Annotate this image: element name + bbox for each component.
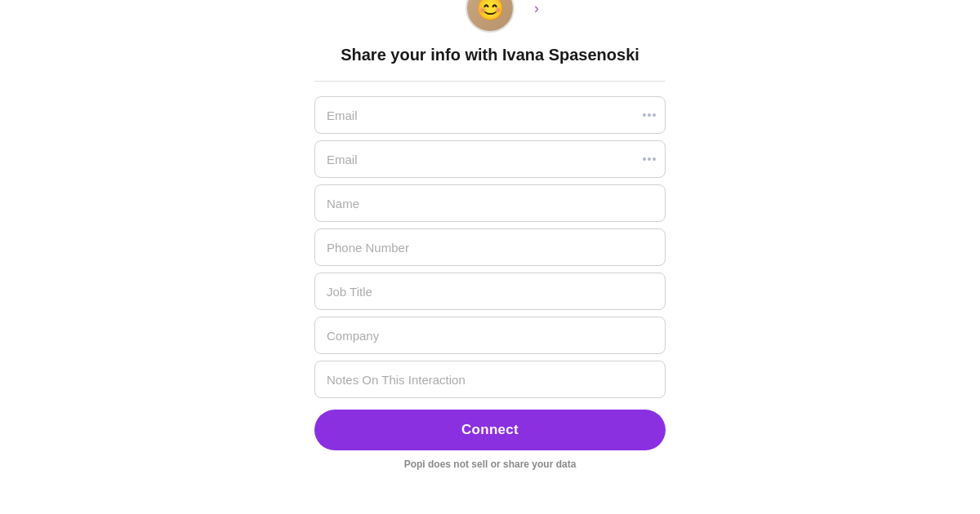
connect-button[interactable]: Connect [314,410,666,450]
form-container: Connect [314,96,666,450]
notes-wrapper [314,361,666,398]
avatar: 😊 [466,0,514,33]
page-title: Share your info with Ivana Spasenoski [341,46,639,64]
email2-wrapper [314,140,666,178]
chevron-right-icon: › [534,0,539,17]
name-input[interactable] [314,184,666,222]
company-input[interactable] [314,317,666,354]
page-container: 😊 › Share your info with Ivana Spasenosk… [0,0,980,514]
dots-icon-1 [643,113,656,117]
dot [643,113,646,117]
job-title-input[interactable] [314,273,666,310]
dot [653,113,656,117]
dots-icon-2 [643,157,656,161]
dot [648,157,651,161]
company-wrapper [314,317,666,354]
email1-input[interactable] [314,96,666,134]
phone-wrapper [314,228,666,266]
dot [648,113,651,117]
dot [643,157,646,161]
email1-icon [643,113,656,117]
phone-input[interactable] [314,228,666,266]
divider [314,81,666,82]
notes-input[interactable] [314,361,666,398]
email1-wrapper [314,96,666,134]
dot [653,157,656,161]
job-title-wrapper [314,273,666,310]
email2-icon [643,157,656,161]
name-wrapper [314,184,666,222]
avatar-container: 😊 › [466,0,514,33]
avatar-face: 😊 [467,0,513,33]
privacy-text: Popi does not sell or share your data [404,459,577,470]
email2-input[interactable] [314,140,666,178]
